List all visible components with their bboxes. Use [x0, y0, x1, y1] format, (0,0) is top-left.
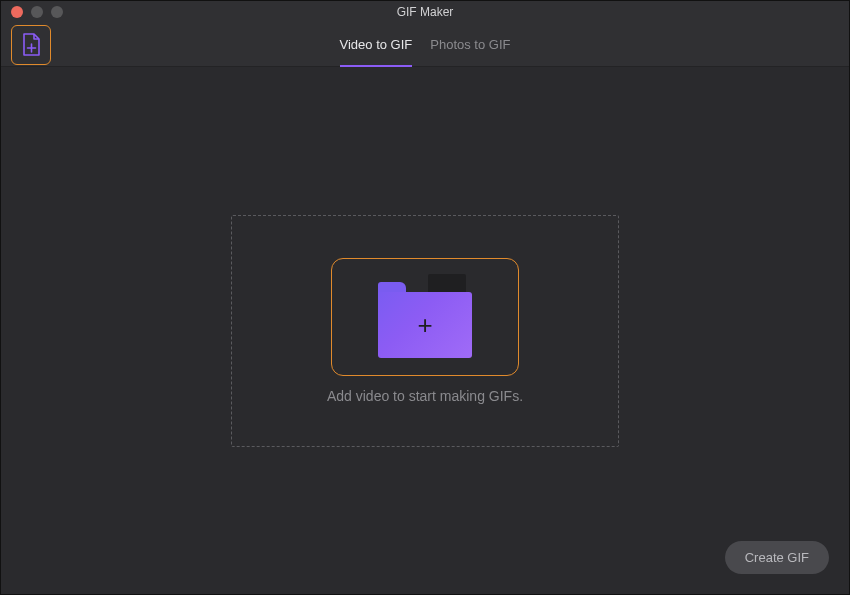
plus-icon: +	[417, 312, 432, 338]
maximize-window-button[interactable]	[51, 6, 63, 18]
tab-video-to-gif[interactable]: Video to GIF	[340, 23, 413, 66]
mode-tabs: Video to GIF Photos to GIF	[340, 23, 511, 66]
toolbar: Video to GIF Photos to GIF	[1, 23, 849, 67]
tab-photos-to-gif[interactable]: Photos to GIF	[430, 23, 510, 66]
main-area: + Add video to start making GIFs. Create…	[1, 67, 849, 594]
add-video-button[interactable]: +	[331, 258, 519, 376]
add-file-icon	[21, 33, 41, 57]
dropzone-hint: Add video to start making GIFs.	[327, 388, 523, 404]
close-window-button[interactable]	[11, 6, 23, 18]
create-gif-button[interactable]: Create GIF	[725, 541, 829, 574]
window-controls	[11, 6, 63, 18]
window-title: GIF Maker	[397, 5, 454, 19]
titlebar: GIF Maker	[1, 1, 849, 23]
tab-label: Photos to GIF	[430, 37, 510, 52]
add-folder-icon: +	[370, 274, 480, 360]
minimize-window-button[interactable]	[31, 6, 43, 18]
tab-label: Video to GIF	[340, 37, 413, 52]
app-window: GIF Maker Video to GIF Photos to GIF	[0, 0, 850, 595]
dropzone[interactable]: + Add video to start making GIFs.	[231, 215, 619, 447]
add-file-button[interactable]	[11, 25, 51, 65]
